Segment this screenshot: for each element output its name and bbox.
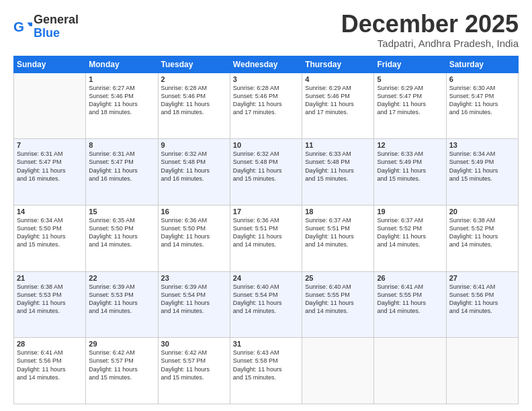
- day-number: 24: [233, 274, 299, 282]
- day-number: 14: [17, 208, 83, 216]
- day-info: Sunrise: 6:42 AM Sunset: 5:57 PM Dayligh…: [161, 349, 227, 381]
- table-row: [302, 338, 374, 404]
- month-title: December 2025: [341, 11, 519, 38]
- day-number: 18: [305, 208, 371, 216]
- table-row: 23Sunrise: 6:39 AM Sunset: 5:54 PM Dayli…: [158, 271, 230, 338]
- day-info: Sunrise: 6:35 AM Sunset: 5:50 PM Dayligh…: [89, 216, 154, 249]
- day-info: Sunrise: 6:33 AM Sunset: 5:49 PM Dayligh…: [377, 150, 443, 183]
- day-number: 12: [377, 141, 443, 149]
- day-info: Sunrise: 6:39 AM Sunset: 5:54 PM Dayligh…: [161, 283, 227, 316]
- page: G General Blue December 2025 Tadpatri, A…: [0, 0, 532, 411]
- day-number: 25: [305, 274, 371, 282]
- table-row: 15Sunrise: 6:35 AM Sunset: 5:50 PM Dayli…: [86, 205, 158, 271]
- table-row: 14Sunrise: 6:34 AM Sunset: 5:50 PM Dayli…: [14, 205, 86, 271]
- table-row: 3Sunrise: 6:28 AM Sunset: 5:46 PM Daylig…: [230, 73, 302, 139]
- table-row: 4Sunrise: 6:29 AM Sunset: 5:46 PM Daylig…: [302, 73, 374, 139]
- calendar-body: 1Sunrise: 6:27 AM Sunset: 5:46 PM Daylig…: [14, 73, 519, 404]
- day-number: 17: [233, 208, 299, 216]
- svg-marker-1: [28, 22, 32, 26]
- day-number: 4: [305, 75, 371, 83]
- table-row: 9Sunrise: 6:32 AM Sunset: 5:48 PM Daylig…: [158, 139, 230, 205]
- day-number: 15: [89, 208, 154, 216]
- header: G General Blue December 2025 Tadpatri, A…: [13, 11, 519, 49]
- col-saturday: Saturday: [446, 56, 518, 73]
- table-row: 22Sunrise: 6:39 AM Sunset: 5:53 PM Dayli…: [86, 271, 158, 338]
- day-number: 21: [17, 274, 83, 282]
- title-block: December 2025 Tadpatri, Andhra Pradesh, …: [341, 11, 519, 49]
- day-number: 7: [17, 141, 83, 149]
- col-sunday: Sunday: [14, 56, 86, 73]
- day-info: Sunrise: 6:38 AM Sunset: 5:53 PM Dayligh…: [17, 283, 83, 316]
- day-number: 11: [305, 141, 371, 149]
- logo-icon: G: [13, 17, 32, 36]
- calendar-week-row: 14Sunrise: 6:34 AM Sunset: 5:50 PM Dayli…: [14, 205, 519, 271]
- table-row: 10Sunrise: 6:32 AM Sunset: 5:48 PM Dayli…: [230, 139, 302, 205]
- day-number: 13: [449, 141, 515, 149]
- day-number: 6: [449, 75, 515, 83]
- table-row: 6Sunrise: 6:30 AM Sunset: 5:47 PM Daylig…: [446, 73, 518, 139]
- day-info: Sunrise: 6:28 AM Sunset: 5:46 PM Dayligh…: [233, 84, 299, 117]
- calendar-header-row: Sunday Monday Tuesday Wednesday Thursday…: [14, 56, 519, 73]
- calendar-week-row: 7Sunrise: 6:31 AM Sunset: 5:47 PM Daylig…: [14, 139, 519, 205]
- table-row: 19Sunrise: 6:37 AM Sunset: 5:52 PM Dayli…: [374, 205, 446, 271]
- day-info: Sunrise: 6:34 AM Sunset: 5:50 PM Dayligh…: [17, 216, 83, 249]
- day-number: 20: [449, 208, 515, 216]
- day-info: Sunrise: 6:41 AM Sunset: 5:56 PM Dayligh…: [449, 283, 515, 316]
- calendar-table: Sunday Monday Tuesday Wednesday Thursday…: [13, 56, 519, 404]
- day-info: Sunrise: 6:32 AM Sunset: 5:48 PM Dayligh…: [161, 150, 227, 183]
- day-number: 23: [161, 274, 227, 282]
- table-row: 12Sunrise: 6:33 AM Sunset: 5:49 PM Dayli…: [374, 139, 446, 205]
- day-number: 27: [449, 274, 515, 282]
- day-info: Sunrise: 6:31 AM Sunset: 5:47 PM Dayligh…: [89, 150, 154, 183]
- calendar-week-row: 28Sunrise: 6:41 AM Sunset: 5:56 PM Dayli…: [14, 338, 519, 404]
- day-number: 30: [161, 340, 227, 348]
- day-number: 26: [377, 274, 443, 282]
- day-info: Sunrise: 6:40 AM Sunset: 5:54 PM Dayligh…: [233, 283, 299, 316]
- table-row: 28Sunrise: 6:41 AM Sunset: 5:56 PM Dayli…: [14, 338, 86, 404]
- day-number: 2: [161, 75, 227, 83]
- table-row: 21Sunrise: 6:38 AM Sunset: 5:53 PM Dayli…: [14, 271, 86, 338]
- day-number: 31: [233, 340, 299, 348]
- day-info: Sunrise: 6:40 AM Sunset: 5:55 PM Dayligh…: [305, 283, 371, 316]
- day-number: 8: [89, 141, 154, 149]
- day-info: Sunrise: 6:43 AM Sunset: 5:58 PM Dayligh…: [233, 349, 299, 381]
- day-info: Sunrise: 6:37 AM Sunset: 5:51 PM Dayligh…: [305, 216, 371, 249]
- day-info: Sunrise: 6:33 AM Sunset: 5:48 PM Dayligh…: [305, 150, 371, 183]
- table-row: 24Sunrise: 6:40 AM Sunset: 5:54 PM Dayli…: [230, 271, 302, 338]
- table-row: [446, 338, 518, 404]
- table-row: 20Sunrise: 6:38 AM Sunset: 5:52 PM Dayli…: [446, 205, 518, 271]
- col-wednesday: Wednesday: [230, 56, 302, 73]
- day-info: Sunrise: 6:42 AM Sunset: 5:57 PM Dayligh…: [89, 349, 154, 381]
- table-row: 11Sunrise: 6:33 AM Sunset: 5:48 PM Dayli…: [302, 139, 374, 205]
- day-number: 16: [161, 208, 227, 216]
- table-row: 17Sunrise: 6:36 AM Sunset: 5:51 PM Dayli…: [230, 205, 302, 271]
- table-row: 26Sunrise: 6:41 AM Sunset: 5:55 PM Dayli…: [374, 271, 446, 338]
- day-number: 28: [17, 340, 83, 348]
- col-friday: Friday: [374, 56, 446, 73]
- day-info: Sunrise: 6:39 AM Sunset: 5:53 PM Dayligh…: [89, 283, 154, 316]
- table-row: 31Sunrise: 6:43 AM Sunset: 5:58 PM Dayli…: [230, 338, 302, 404]
- day-info: Sunrise: 6:41 AM Sunset: 5:55 PM Dayligh…: [377, 283, 443, 316]
- table-row: 27Sunrise: 6:41 AM Sunset: 5:56 PM Dayli…: [446, 271, 518, 338]
- logo: G General Blue: [13, 13, 79, 40]
- day-number: 19: [377, 208, 443, 216]
- day-info: Sunrise: 6:31 AM Sunset: 5:47 PM Dayligh…: [17, 150, 83, 183]
- logo-text: General Blue: [34, 13, 79, 40]
- calendar-week-row: 1Sunrise: 6:27 AM Sunset: 5:46 PM Daylig…: [14, 73, 519, 139]
- table-row: [14, 73, 86, 139]
- table-row: 8Sunrise: 6:31 AM Sunset: 5:47 PM Daylig…: [86, 139, 158, 205]
- day-info: Sunrise: 6:27 AM Sunset: 5:46 PM Dayligh…: [89, 84, 154, 117]
- day-info: Sunrise: 6:37 AM Sunset: 5:52 PM Dayligh…: [377, 216, 443, 249]
- logo-general-text: General: [34, 13, 79, 26]
- day-info: Sunrise: 6:36 AM Sunset: 5:51 PM Dayligh…: [233, 216, 299, 249]
- table-row: 30Sunrise: 6:42 AM Sunset: 5:57 PM Dayli…: [158, 338, 230, 404]
- table-row: 13Sunrise: 6:34 AM Sunset: 5:49 PM Dayli…: [446, 139, 518, 205]
- table-row: 25Sunrise: 6:40 AM Sunset: 5:55 PM Dayli…: [302, 271, 374, 338]
- day-number: 29: [89, 340, 154, 348]
- day-number: 22: [89, 274, 154, 282]
- day-info: Sunrise: 6:28 AM Sunset: 5:46 PM Dayligh…: [161, 84, 227, 117]
- table-row: 18Sunrise: 6:37 AM Sunset: 5:51 PM Dayli…: [302, 205, 374, 271]
- table-row: 2Sunrise: 6:28 AM Sunset: 5:46 PM Daylig…: [158, 73, 230, 139]
- table-row: 29Sunrise: 6:42 AM Sunset: 5:57 PM Dayli…: [86, 338, 158, 404]
- table-row: 16Sunrise: 6:36 AM Sunset: 5:50 PM Dayli…: [158, 205, 230, 271]
